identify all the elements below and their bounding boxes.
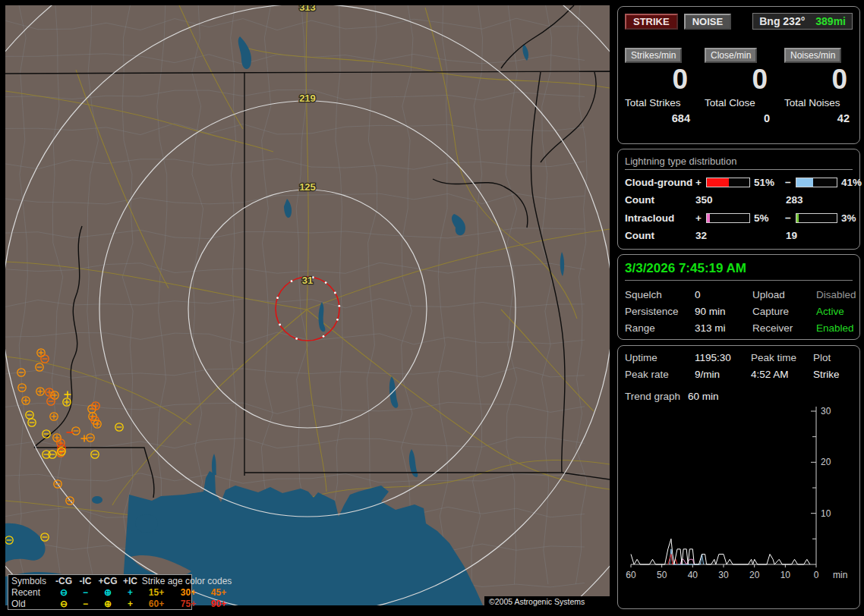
- noises-per-min-badge[interactable]: Noises/min: [784, 48, 841, 63]
- old-ic-minus-icon: −: [75, 599, 96, 610]
- cloud-ground-label: Cloud-ground: [625, 177, 695, 188]
- uptime-value: 1195:30: [695, 352, 751, 363]
- status-panel: 3/3/2026 7:45:19 AM Squelch 0 Upload Dis…: [617, 254, 860, 340]
- total-noises-label: Total Noises: [784, 97, 853, 108]
- age-60: 60+: [140, 599, 172, 610]
- total-close-value: 0: [705, 112, 773, 124]
- cg-count-label: Count: [625, 194, 695, 206]
- noises-rate-value: 0: [784, 64, 853, 96]
- ic-plus-count: 32: [695, 230, 786, 241]
- receiver-label: Receiver: [752, 322, 816, 334]
- ic-minus-count: 19: [786, 230, 853, 241]
- squelch-value: 0: [695, 289, 752, 300]
- close-counter-column: Close/min 0 Total Close 0: [705, 48, 773, 124]
- svg-text:min: min: [833, 570, 847, 580]
- receiver-status: Enabled: [816, 322, 856, 334]
- svg-text:10: 10: [780, 570, 791, 580]
- legend-recent-label: Recent: [11, 587, 52, 599]
- cg-minus-bar: [796, 178, 837, 187]
- legend-age-header: Strike age color codes: [140, 576, 233, 587]
- capture-label: Capture: [752, 306, 816, 317]
- plot-mode-value: Strike: [813, 369, 853, 380]
- age-90: 90+: [204, 599, 233, 610]
- bearing-value: Bng 232°: [759, 15, 805, 27]
- ic-minus-pct: 3%: [837, 212, 856, 224]
- cg-plus-bar: [706, 178, 750, 187]
- close-per-min-badge[interactable]: Close/min: [705, 48, 757, 63]
- recent-ic-minus-icon: −: [75, 587, 96, 599]
- cg-plus-count: 350: [695, 194, 786, 206]
- ic-minus-sign: −: [785, 212, 796, 224]
- ic-plus-sign: +: [695, 212, 706, 224]
- svg-text:10: 10: [821, 508, 831, 519]
- ic-plus-pct: 5%: [750, 212, 785, 224]
- cg-minus-pct: 41%: [837, 177, 862, 188]
- bearing-distance: 389mi: [815, 15, 846, 27]
- trend-graph-label: Trend graph: [625, 391, 680, 402]
- total-noises-value: 42: [784, 112, 853, 124]
- svg-text:125: 125: [299, 181, 316, 193]
- legend-col-neg-cg: -CG: [52, 576, 75, 587]
- lightning-detector-app: 31321912531 Symbols -CG -IC +CG +IC Stri…: [0, 0, 864, 616]
- uptime-label: Uptime: [625, 352, 695, 363]
- svg-text:0: 0: [814, 570, 819, 580]
- capture-status: Active: [816, 306, 856, 317]
- strikes-counter-column: Strikes/min 0 Total Strikes 684: [625, 48, 693, 124]
- recent-cg-plus-icon: ⊕: [96, 587, 120, 599]
- old-cg-minus-icon: ⊖: [52, 599, 75, 610]
- noises-counter-column: Noises/min 0 Total Noises 42: [784, 48, 853, 124]
- strike-button[interactable]: STRIKE: [625, 14, 678, 30]
- legend-col-pos-ic: +IC: [120, 576, 140, 587]
- plot-label: Plot: [813, 352, 853, 363]
- age-30: 30+: [172, 587, 204, 599]
- peak-rate-label: Peak rate: [625, 369, 695, 380]
- cg-minus-sign: −: [785, 177, 796, 188]
- trend-panel: Uptime 1195:30 Peak time Plot Peak rate …: [617, 345, 860, 609]
- noise-button[interactable]: NOISE: [684, 14, 731, 30]
- lightning-distribution-panel: Lightning type distribution Cloud-ground…: [617, 149, 860, 250]
- legend-col-neg-ic: -IC: [75, 576, 96, 587]
- svg-text:60: 60: [626, 570, 636, 580]
- close-rate-value: 0: [705, 64, 773, 96]
- ic-count-label: Count: [625, 230, 695, 241]
- strikes-rate-value: 0: [625, 64, 693, 96]
- old-cg-plus-icon: ⊕: [96, 599, 120, 610]
- svg-text:31: 31: [302, 275, 313, 286]
- upload-label: Upload: [752, 289, 816, 300]
- ic-plus-bar: [706, 213, 750, 223]
- svg-text:219: 219: [299, 93, 316, 104]
- svg-text:20: 20: [749, 570, 760, 580]
- recent-ic-plus-icon: +: [120, 587, 140, 599]
- cg-plus-pct: 51%: [750, 177, 785, 188]
- cg-minus-count: 283: [786, 194, 853, 206]
- peak-time-value: 4:52 AM: [751, 369, 813, 380]
- total-close-label: Total Close: [705, 97, 773, 108]
- range-label: Range: [625, 322, 695, 334]
- copyright-notice: ©2005 Astrogenic Systems: [484, 596, 610, 608]
- trend-window-value: 60 min: [688, 391, 719, 402]
- age-15: 15+: [140, 587, 172, 599]
- total-strikes-label: Total Strikes: [625, 97, 693, 108]
- legend-old-label: Old: [11, 599, 52, 610]
- peak-time-label: Peak time: [751, 352, 813, 363]
- svg-text:30: 30: [718, 570, 729, 580]
- squelch-label: Squelch: [625, 289, 695, 300]
- ic-minus-bar: [796, 213, 837, 223]
- map-canvas[interactable]: 31321912531: [0, 0, 615, 616]
- persistence-value: 90 min: [695, 306, 752, 317]
- distribution-title: Lightning type distribution: [625, 156, 853, 170]
- counters-panel: STRIKE NOISE Bng 232° 389mi Strikes/min …: [617, 6, 860, 144]
- svg-text:30: 30: [821, 406, 831, 416]
- strikes-per-min-badge[interactable]: Strikes/min: [625, 48, 682, 63]
- age-75: 75+: [172, 599, 204, 610]
- legend-col-pos-cg: +CG: [96, 576, 120, 587]
- trend-graph-chart: 1020306050403020100min: [625, 404, 853, 601]
- total-strikes-value: 684: [625, 112, 693, 124]
- recent-cg-minus-icon: ⊖: [52, 587, 75, 599]
- svg-text:20: 20: [821, 457, 831, 467]
- legend-symbols-header: Symbols: [11, 576, 52, 587]
- svg-text:40: 40: [688, 570, 698, 580]
- current-datetime: 3/3/2026 7:45:19 AM: [625, 261, 853, 281]
- old-ic-plus-icon: +: [120, 599, 140, 610]
- cg-plus-sign: +: [695, 177, 706, 188]
